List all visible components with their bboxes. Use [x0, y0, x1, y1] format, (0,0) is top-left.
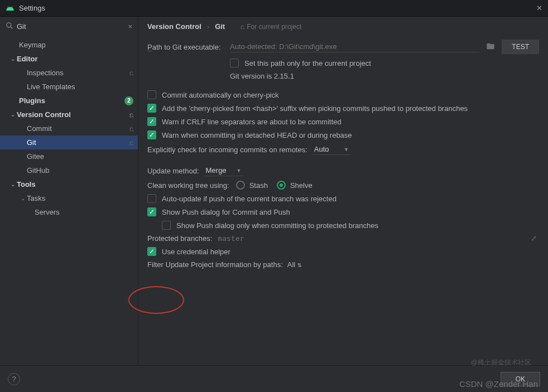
- checkbox-show-push-protected[interactable]: [162, 221, 171, 230]
- folder-icon[interactable]: [486, 42, 495, 52]
- label-auto-update-push: Auto-update if push of the current branc…: [162, 195, 337, 203]
- tree-inspections[interactable]: Inspections⎌: [0, 66, 138, 80]
- label-filter-update: Filter Update Project information by pat…: [147, 260, 283, 269]
- label-explicit-check: Explicitly check for incoming commits on…: [147, 146, 307, 154]
- reset-icon[interactable]: ⎌: [129, 139, 133, 147]
- window-title: Settings: [19, 4, 536, 12]
- svg-line-1: [11, 26, 13, 28]
- label-cherry-suffix: Add the 'cherry-picked from <hash>' suff…: [162, 104, 468, 113]
- tree-github[interactable]: GitHub: [0, 163, 138, 177]
- watermark: @稀土掘金技术社区: [471, 358, 531, 367]
- label-shelve: Shelve: [290, 181, 313, 190]
- chevron-down-icon: ▼: [344, 147, 349, 152]
- reset-icon[interactable]: ⎌: [129, 69, 133, 77]
- label-show-push-protected: Show Push dialog only when committing to…: [176, 221, 378, 230]
- clear-search-icon[interactable]: ×: [128, 22, 132, 31]
- label-warn-crlf: Warn if CRLF line separators are about t…: [162, 118, 342, 126]
- checkbox-warn-crlf[interactable]: ✓: [147, 117, 156, 126]
- tree-editor[interactable]: ⌄Editor: [0, 52, 138, 66]
- search-input[interactable]: [17, 22, 128, 31]
- dropdown-filter-update[interactable]: All ⇅: [287, 260, 302, 269]
- tree-gitee[interactable]: Gitee: [0, 149, 138, 163]
- watermark: CSDN @Zender Han: [459, 379, 538, 389]
- breadcrumb: Version Control › Git ⎌For current proje…: [147, 22, 539, 31]
- label-update-method: Update method:: [147, 167, 199, 175]
- checkbox-cherry-suffix[interactable]: ✓: [147, 104, 156, 113]
- project-scope-note: ⎌For current project: [241, 23, 301, 31]
- label-show-push-dialog: Show Push dialog for Commit and Push: [162, 208, 290, 216]
- dropdown-explicit-check[interactable]: Auto▼: [312, 144, 351, 155]
- checkbox-auto-update-push[interactable]: [147, 194, 156, 203]
- label-set-path-project: Set this path only for the current proje…: [244, 59, 371, 67]
- label-warn-detached: Warn when committing in detached HEAD or…: [162, 131, 352, 139]
- protected-branches-value[interactable]: master: [218, 234, 244, 243]
- checkbox-set-path-project[interactable]: [230, 59, 239, 67]
- radio-shelve[interactable]: [277, 181, 286, 190]
- tree-git[interactable]: Git⎌: [0, 135, 138, 149]
- reset-icon[interactable]: ⎌: [129, 111, 133, 119]
- tree-keymap[interactable]: Keymap: [0, 38, 138, 52]
- chevron-down-icon: ⌄: [9, 56, 17, 62]
- tree-version-control[interactable]: ⌄Version Control⎌: [0, 108, 138, 122]
- android-logo: [6, 4, 15, 13]
- label-credential-helper: Use credential helper: [162, 248, 230, 256]
- tree-tasks[interactable]: ⌄Tasks: [0, 191, 138, 205]
- git-version-text: Git version is 2.15.1: [230, 72, 539, 80]
- tree-servers[interactable]: Servers: [0, 205, 138, 219]
- checkbox-show-push-dialog[interactable]: ✓: [147, 207, 156, 216]
- help-icon[interactable]: ?: [8, 373, 20, 385]
- svg-point-0: [7, 22, 11, 27]
- tree-tools[interactable]: ⌄Tools: [0, 177, 138, 191]
- plugins-badge: 2: [124, 96, 133, 105]
- label-clean-tree: Clean working tree using:: [147, 181, 229, 190]
- git-path-input[interactable]: [230, 41, 479, 52]
- tree-live-templates[interactable]: Live Templates: [0, 80, 138, 94]
- checkbox-warn-detached[interactable]: ✓: [147, 130, 156, 139]
- reset-icon[interactable]: ⎌: [129, 125, 133, 133]
- chevron-down-icon: ⌄: [19, 195, 27, 201]
- git-path-label: PPath to Git executable:ath to Git execu…: [147, 43, 230, 51]
- dropdown-update-method[interactable]: Merge▼: [204, 165, 244, 176]
- checkbox-commit-auto-cherry[interactable]: [147, 90, 156, 99]
- label-protected-branches: Protected branches:: [147, 234, 212, 243]
- label-stash: Stash: [249, 181, 268, 190]
- chevron-down-icon: ⌄: [9, 181, 17, 187]
- close-icon[interactable]: ✕: [536, 4, 542, 12]
- tree-plugins[interactable]: Plugins2: [0, 94, 138, 108]
- expand-icon[interactable]: ⤢: [531, 234, 537, 243]
- label-commit-auto-cherry: Commit automatically on cherry-pick: [162, 91, 279, 99]
- checkbox-credential-helper[interactable]: ✓: [147, 247, 156, 256]
- search-icon: [6, 22, 13, 31]
- radio-stash[interactable]: [236, 181, 245, 190]
- chevron-down-icon: ▼: [236, 168, 241, 173]
- test-button[interactable]: TEST: [502, 40, 539, 54]
- chevron-down-icon: ⌄: [9, 112, 17, 118]
- tree-commit[interactable]: Commit⎌: [0, 122, 138, 135]
- chevron-right-icon: ›: [207, 22, 209, 31]
